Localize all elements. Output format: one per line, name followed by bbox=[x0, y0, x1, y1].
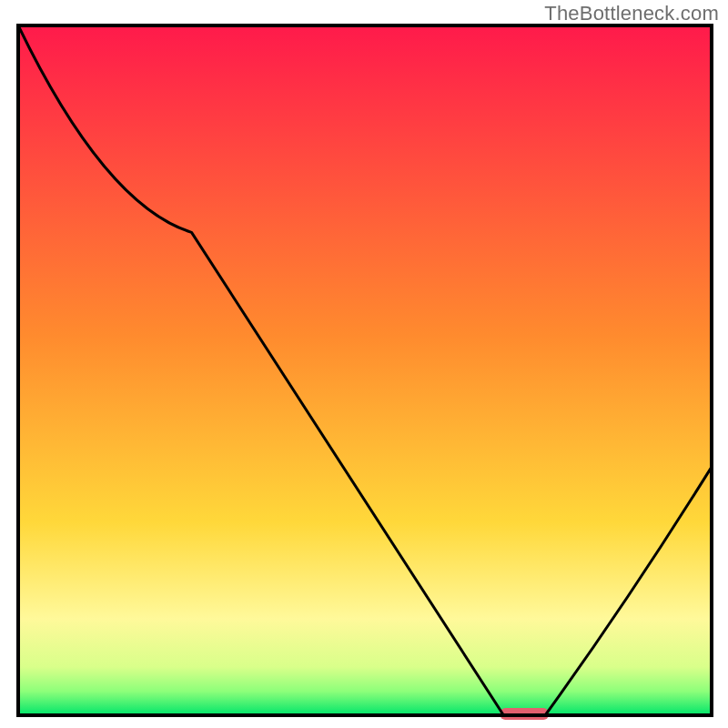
chart-container: TheBottleneck.com bbox=[0, 0, 728, 728]
bottleneck-chart bbox=[0, 0, 728, 728]
heat-background bbox=[18, 25, 712, 715]
